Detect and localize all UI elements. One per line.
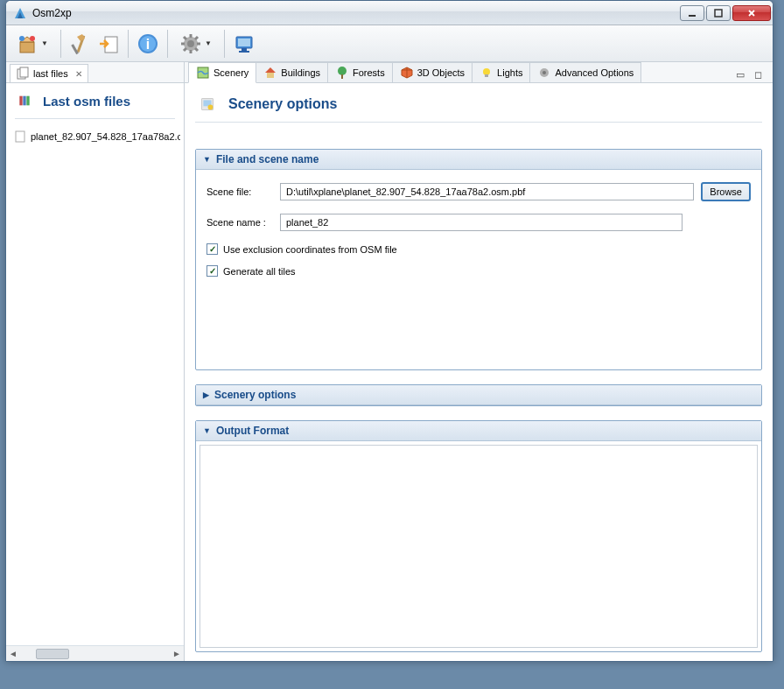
tab-lights[interactable]: Lights: [472, 62, 530, 82]
toolbar-import-button[interactable]: [96, 32, 121, 56]
toolbar-tools-button[interactable]: [68, 32, 93, 56]
checkbox-label: Generate all tiles: [223, 266, 296, 277]
maximize-view-icon[interactable]: ◻: [752, 68, 764, 81]
toolbar-monitor-button[interactable]: [232, 32, 256, 56]
books-icon: [15, 90, 36, 111]
svg-rect-33: [19, 96, 22, 106]
side-panel: last files ✕ Last osm files planet_82.90…: [6, 62, 185, 661]
tab-3d-objects[interactable]: 3D Objects: [392, 62, 472, 82]
side-panel-tabs: last files ✕: [6, 62, 184, 83]
horizontal-scrollbar[interactable]: ◄ ►: [6, 645, 184, 661]
checkbox-tiles[interactable]: ✓: [206, 265, 218, 277]
close-button[interactable]: [732, 5, 771, 21]
toolbar-info-button[interactable]: i: [136, 32, 160, 56]
section-header[interactable]: ▼ File and scene name: [196, 150, 761, 170]
svg-rect-39: [267, 73, 274, 78]
svg-line-23: [184, 37, 186, 39]
section-output-format: ▼ Output Format: [195, 420, 762, 652]
content-area: last files ✕ Last osm files planet_82.90…: [6, 62, 773, 661]
svg-rect-36: [16, 131, 24, 142]
svg-point-40: [338, 67, 346, 75]
svg-rect-6: [20, 42, 34, 53]
section-scenery-options: ▶ Scenery options: [195, 384, 762, 406]
chevron-down-icon: ▼: [205, 39, 212, 47]
svg-point-18: [187, 40, 194, 47]
scenery-options-icon: [195, 92, 220, 116]
tab-last-files[interactable]: last files ✕: [10, 64, 88, 82]
files-icon: [16, 67, 30, 81]
svg-rect-29: [242, 48, 247, 51]
section-header[interactable]: ▼ Output Format: [196, 421, 761, 441]
section-title: File and scene name: [216, 153, 318, 165]
browse-button[interactable]: Browse: [701, 182, 751, 201]
main-panel: Scenery Buildings Forests 3D Objects Lig…: [185, 62, 773, 661]
side-title: Last osm files: [43, 94, 130, 109]
checkbox-exclusion[interactable]: ✓: [206, 243, 218, 255]
svg-point-8: [19, 36, 24, 41]
scene-file-label: Scene file:: [206, 186, 280, 197]
side-header: Last osm files: [6, 83, 184, 115]
editor-tabs: Scenery Buildings Forests 3D Objects Lig…: [185, 62, 773, 83]
svg-rect-46: [485, 74, 488, 77]
section-title: Output Format: [216, 425, 289, 437]
tab-label: last files: [33, 68, 68, 79]
tab-advanced[interactable]: Advanced Options: [529, 62, 641, 82]
app-window: Osm2xp ▼ i: [5, 0, 774, 662]
page-title: Scenery options: [228, 96, 337, 112]
section-title: Scenery options: [214, 389, 296, 401]
house-icon: [263, 66, 277, 80]
svg-marker-38: [265, 67, 276, 73]
scene-file-input[interactable]: [280, 183, 694, 200]
twistie-down-icon: ▼: [203, 426, 211, 435]
tab-label: Forests: [353, 67, 385, 78]
tree-icon: [335, 66, 349, 80]
minimize-view-icon[interactable]: ▭: [734, 68, 746, 81]
tab-label: Lights: [497, 67, 522, 78]
svg-rect-41: [341, 74, 343, 79]
scroll-left-icon[interactable]: ◄: [6, 647, 20, 661]
svg-point-45: [483, 68, 490, 75]
svg-point-9: [30, 36, 35, 41]
svg-point-48: [542, 71, 546, 74]
toolbar: ▼ i ▼: [6, 25, 773, 62]
twistie-right-icon: ▶: [203, 390, 209, 399]
svg-line-26: [184, 48, 186, 51]
svg-line-25: [195, 37, 198, 39]
svg-rect-3: [715, 10, 722, 17]
tab-scenery[interactable]: Scenery: [188, 62, 256, 83]
svg-rect-28: [238, 39, 250, 46]
scroll-right-icon[interactable]: ►: [170, 647, 184, 661]
maximize-button[interactable]: [706, 5, 731, 21]
scene-name-input[interactable]: [280, 214, 682, 231]
list-item[interactable]: planet_82.907_54.828_17aa78a2.osm: [10, 128, 180, 145]
svg-point-51: [208, 105, 214, 110]
window-controls: [678, 5, 771, 21]
file-name: planet_82.907_54.828_17aa78a2.osm: [31, 131, 180, 142]
tab-label: Buildings: [281, 67, 320, 78]
gear-icon: [537, 66, 551, 80]
tab-forests[interactable]: Forests: [327, 62, 393, 82]
app-icon: [13, 6, 27, 20]
toolbar-box-button[interactable]: ▼: [11, 32, 53, 56]
svg-rect-30: [239, 51, 249, 53]
svg-rect-34: [23, 96, 25, 106]
scroll-thumb[interactable]: [36, 649, 69, 659]
tab-label: Scenery: [214, 67, 248, 78]
scene-name-label: Scene name :: [206, 217, 280, 228]
svg-rect-2: [689, 15, 696, 17]
output-format-body: [200, 445, 758, 648]
scroll-track[interactable]: [20, 648, 170, 660]
minimize-button[interactable]: [680, 5, 704, 21]
file-list: planet_82.907_54.828_17aa78a2.osm: [6, 126, 184, 645]
titlebar[interactable]: Osm2xp: [6, 1, 773, 25]
toolbar-settings-button[interactable]: ▼: [175, 32, 217, 56]
tab-buildings[interactable]: Buildings: [256, 62, 328, 82]
tab-close-icon[interactable]: ✕: [75, 69, 82, 79]
tab-label: Advanced Options: [555, 67, 634, 78]
section-header[interactable]: ▶ Scenery options: [196, 385, 761, 405]
svg-rect-32: [20, 67, 28, 77]
svg-text:i: i: [146, 37, 150, 52]
tab-label: 3D Objects: [417, 67, 465, 78]
file-icon: [13, 130, 27, 144]
map-icon: [196, 66, 210, 80]
